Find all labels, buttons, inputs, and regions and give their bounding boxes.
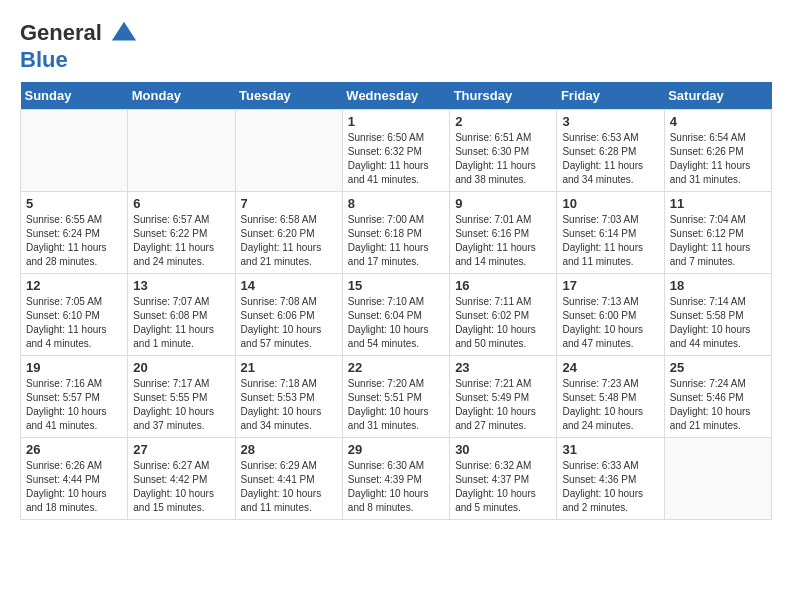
calendar-cell: 29Sunrise: 6:30 AM Sunset: 4:39 PM Dayli… — [342, 438, 449, 520]
day-info: Sunrise: 6:26 AM Sunset: 4:44 PM Dayligh… — [26, 459, 122, 515]
day-info: Sunrise: 6:54 AM Sunset: 6:26 PM Dayligh… — [670, 131, 766, 187]
weekday-header-wednesday: Wednesday — [342, 82, 449, 110]
calendar-cell: 23Sunrise: 7:21 AM Sunset: 5:49 PM Dayli… — [450, 356, 557, 438]
weekday-header-monday: Monday — [128, 82, 235, 110]
day-info: Sunrise: 6:57 AM Sunset: 6:22 PM Dayligh… — [133, 213, 229, 269]
day-info: Sunrise: 7:10 AM Sunset: 6:04 PM Dayligh… — [348, 295, 444, 351]
day-number: 1 — [348, 114, 444, 129]
calendar-cell: 30Sunrise: 6:32 AM Sunset: 4:37 PM Dayli… — [450, 438, 557, 520]
day-info: Sunrise: 7:21 AM Sunset: 5:49 PM Dayligh… — [455, 377, 551, 433]
calendar-cell — [235, 110, 342, 192]
day-number: 31 — [562, 442, 658, 457]
week-row-1: 1Sunrise: 6:50 AM Sunset: 6:32 PM Daylig… — [21, 110, 772, 192]
calendar-cell: 11Sunrise: 7:04 AM Sunset: 6:12 PM Dayli… — [664, 192, 771, 274]
weekday-header-row: SundayMondayTuesdayWednesdayThursdayFrid… — [21, 82, 772, 110]
day-info: Sunrise: 7:05 AM Sunset: 6:10 PM Dayligh… — [26, 295, 122, 351]
calendar-cell: 18Sunrise: 7:14 AM Sunset: 5:58 PM Dayli… — [664, 274, 771, 356]
day-info: Sunrise: 7:08 AM Sunset: 6:06 PM Dayligh… — [241, 295, 337, 351]
calendar-cell: 13Sunrise: 7:07 AM Sunset: 6:08 PM Dayli… — [128, 274, 235, 356]
page-header: General Blue — [20, 20, 772, 72]
day-number: 10 — [562, 196, 658, 211]
day-number: 9 — [455, 196, 551, 211]
calendar-cell: 12Sunrise: 7:05 AM Sunset: 6:10 PM Dayli… — [21, 274, 128, 356]
day-info: Sunrise: 7:16 AM Sunset: 5:57 PM Dayligh… — [26, 377, 122, 433]
day-info: Sunrise: 6:51 AM Sunset: 6:30 PM Dayligh… — [455, 131, 551, 187]
day-info: Sunrise: 7:23 AM Sunset: 5:48 PM Dayligh… — [562, 377, 658, 433]
logo: General Blue — [20, 20, 138, 72]
day-info: Sunrise: 7:13 AM Sunset: 6:00 PM Dayligh… — [562, 295, 658, 351]
day-info: Sunrise: 7:24 AM Sunset: 5:46 PM Dayligh… — [670, 377, 766, 433]
day-number: 18 — [670, 278, 766, 293]
day-number: 29 — [348, 442, 444, 457]
calendar-cell: 14Sunrise: 7:08 AM Sunset: 6:06 PM Dayli… — [235, 274, 342, 356]
day-info: Sunrise: 7:01 AM Sunset: 6:16 PM Dayligh… — [455, 213, 551, 269]
day-number: 2 — [455, 114, 551, 129]
day-number: 16 — [455, 278, 551, 293]
day-number: 7 — [241, 196, 337, 211]
day-number: 14 — [241, 278, 337, 293]
calendar-cell: 22Sunrise: 7:20 AM Sunset: 5:51 PM Dayli… — [342, 356, 449, 438]
calendar-cell: 24Sunrise: 7:23 AM Sunset: 5:48 PM Dayli… — [557, 356, 664, 438]
day-number: 6 — [133, 196, 229, 211]
day-number: 17 — [562, 278, 658, 293]
day-number: 19 — [26, 360, 122, 375]
day-info: Sunrise: 7:20 AM Sunset: 5:51 PM Dayligh… — [348, 377, 444, 433]
day-number: 26 — [26, 442, 122, 457]
week-row-4: 19Sunrise: 7:16 AM Sunset: 5:57 PM Dayli… — [21, 356, 772, 438]
weekday-header-saturday: Saturday — [664, 82, 771, 110]
calendar-cell: 25Sunrise: 7:24 AM Sunset: 5:46 PM Dayli… — [664, 356, 771, 438]
logo-general: General — [20, 20, 102, 45]
day-number: 3 — [562, 114, 658, 129]
calendar-cell: 6Sunrise: 6:57 AM Sunset: 6:22 PM Daylig… — [128, 192, 235, 274]
weekday-header-sunday: Sunday — [21, 82, 128, 110]
day-info: Sunrise: 7:04 AM Sunset: 6:12 PM Dayligh… — [670, 213, 766, 269]
day-number: 11 — [670, 196, 766, 211]
day-number: 22 — [348, 360, 444, 375]
day-number: 30 — [455, 442, 551, 457]
day-number: 27 — [133, 442, 229, 457]
calendar-cell — [664, 438, 771, 520]
calendar-cell — [21, 110, 128, 192]
calendar-cell: 20Sunrise: 7:17 AM Sunset: 5:55 PM Dayli… — [128, 356, 235, 438]
calendar-cell: 26Sunrise: 6:26 AM Sunset: 4:44 PM Dayli… — [21, 438, 128, 520]
calendar-cell: 16Sunrise: 7:11 AM Sunset: 6:02 PM Dayli… — [450, 274, 557, 356]
week-row-2: 5Sunrise: 6:55 AM Sunset: 6:24 PM Daylig… — [21, 192, 772, 274]
calendar-cell: 9Sunrise: 7:01 AM Sunset: 6:16 PM Daylig… — [450, 192, 557, 274]
weekday-header-tuesday: Tuesday — [235, 82, 342, 110]
day-info: Sunrise: 6:32 AM Sunset: 4:37 PM Dayligh… — [455, 459, 551, 515]
calendar-cell: 21Sunrise: 7:18 AM Sunset: 5:53 PM Dayli… — [235, 356, 342, 438]
calendar-cell: 1Sunrise: 6:50 AM Sunset: 6:32 PM Daylig… — [342, 110, 449, 192]
day-number: 8 — [348, 196, 444, 211]
day-info: Sunrise: 6:55 AM Sunset: 6:24 PM Dayligh… — [26, 213, 122, 269]
day-info: Sunrise: 6:53 AM Sunset: 6:28 PM Dayligh… — [562, 131, 658, 187]
day-info: Sunrise: 6:33 AM Sunset: 4:36 PM Dayligh… — [562, 459, 658, 515]
svg-marker-0 — [112, 22, 136, 41]
week-row-5: 26Sunrise: 6:26 AM Sunset: 4:44 PM Dayli… — [21, 438, 772, 520]
calendar-table: SundayMondayTuesdayWednesdayThursdayFrid… — [20, 82, 772, 520]
day-info: Sunrise: 6:58 AM Sunset: 6:20 PM Dayligh… — [241, 213, 337, 269]
day-number: 24 — [562, 360, 658, 375]
week-row-3: 12Sunrise: 7:05 AM Sunset: 6:10 PM Dayli… — [21, 274, 772, 356]
calendar-cell: 10Sunrise: 7:03 AM Sunset: 6:14 PM Dayli… — [557, 192, 664, 274]
day-number: 5 — [26, 196, 122, 211]
weekday-header-thursday: Thursday — [450, 82, 557, 110]
logo-icon — [110, 20, 138, 48]
day-info: Sunrise: 6:30 AM Sunset: 4:39 PM Dayligh… — [348, 459, 444, 515]
day-number: 25 — [670, 360, 766, 375]
calendar-cell: 5Sunrise: 6:55 AM Sunset: 6:24 PM Daylig… — [21, 192, 128, 274]
calendar-cell: 19Sunrise: 7:16 AM Sunset: 5:57 PM Dayli… — [21, 356, 128, 438]
day-number: 21 — [241, 360, 337, 375]
day-info: Sunrise: 7:14 AM Sunset: 5:58 PM Dayligh… — [670, 295, 766, 351]
day-number: 15 — [348, 278, 444, 293]
calendar-cell: 7Sunrise: 6:58 AM Sunset: 6:20 PM Daylig… — [235, 192, 342, 274]
calendar-cell: 31Sunrise: 6:33 AM Sunset: 4:36 PM Dayli… — [557, 438, 664, 520]
day-number: 20 — [133, 360, 229, 375]
calendar-cell: 2Sunrise: 6:51 AM Sunset: 6:30 PM Daylig… — [450, 110, 557, 192]
day-number: 28 — [241, 442, 337, 457]
day-info: Sunrise: 7:11 AM Sunset: 6:02 PM Dayligh… — [455, 295, 551, 351]
day-number: 4 — [670, 114, 766, 129]
calendar-cell: 3Sunrise: 6:53 AM Sunset: 6:28 PM Daylig… — [557, 110, 664, 192]
day-info: Sunrise: 7:03 AM Sunset: 6:14 PM Dayligh… — [562, 213, 658, 269]
day-info: Sunrise: 6:27 AM Sunset: 4:42 PM Dayligh… — [133, 459, 229, 515]
day-info: Sunrise: 7:00 AM Sunset: 6:18 PM Dayligh… — [348, 213, 444, 269]
